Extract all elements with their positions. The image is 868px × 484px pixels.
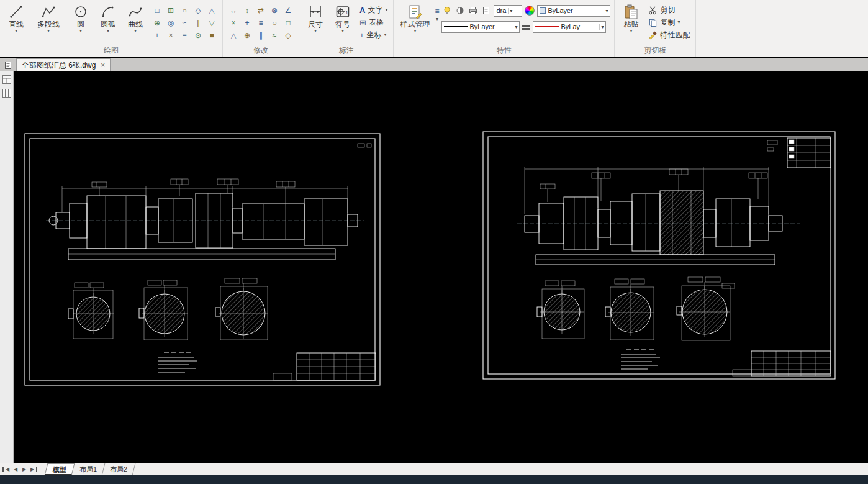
document-tab[interactable]: 全部图纸汇总 6张.dwg × xyxy=(16,58,111,71)
table-button[interactable]: ⊞ 表格 xyxy=(358,17,389,28)
chevron-down-icon[interactable]: ▾ xyxy=(677,20,680,25)
model-canvas[interactable] xyxy=(14,71,868,463)
chevron-down-icon[interactable]: ▾ xyxy=(341,29,344,34)
dock-panel-icon-2[interactable] xyxy=(1,88,12,99)
draw-tool-icon[interactable]: ○ xyxy=(178,4,191,17)
ribbon-group-properties: 样式管理 ▾ ≡ ▾ dra xyxy=(394,0,615,57)
modify-tool-icon[interactable]: ∥ xyxy=(254,29,268,42)
draw-group-label[interactable]: 绘图 xyxy=(0,45,222,56)
modify-tool-icon[interactable]: ≡ xyxy=(254,17,268,29)
chevron-down-icon[interactable]: ▾ xyxy=(599,24,604,30)
lineweight-icon[interactable] xyxy=(522,24,530,30)
chevron-down-icon[interactable]: ▾ xyxy=(314,29,317,34)
chevron-down-icon[interactable]: ▾ xyxy=(604,8,608,14)
close-icon[interactable]: × xyxy=(101,61,105,70)
next-tab-arrow[interactable]: ▶ xyxy=(20,467,29,472)
section-view-1 xyxy=(68,283,114,339)
modify-tool-icon[interactable]: ○ xyxy=(268,17,281,29)
properties-group-label[interactable]: 特性 xyxy=(394,45,614,56)
modify-group-label[interactable]: 修改 xyxy=(223,45,299,56)
modify-tool-icon[interactable]: ≈ xyxy=(268,29,281,42)
draw-tool-icon[interactable]: □ xyxy=(150,4,164,17)
polyline-label: 多段线 xyxy=(37,20,60,29)
status-bar xyxy=(0,475,868,484)
draw-tool-icon[interactable]: + xyxy=(150,29,164,42)
chevron-down-icon[interactable]: ▾ xyxy=(79,29,82,34)
lineweight-combobox[interactable]: ByLay ▾ xyxy=(533,21,606,33)
modify-tool-icon[interactable]: + xyxy=(240,17,254,29)
style-manager-button[interactable]: 样式管理 ▾ xyxy=(397,2,432,34)
tab-model[interactable]: 模型 xyxy=(45,463,75,475)
lightbulb-icon[interactable] xyxy=(441,6,452,16)
draw-order-combobox[interactable]: dra ▾ xyxy=(494,5,522,17)
modify-tool-icon[interactable]: ⊗ xyxy=(268,4,281,17)
copy-button[interactable]: 复制 ▾ xyxy=(646,17,692,28)
chevron-down-icon[interactable]: ▾ xyxy=(47,29,50,34)
chevron-down-icon[interactable]: ▾ xyxy=(513,24,517,30)
polyline-button[interactable]: 多段线 ▾ xyxy=(31,2,66,34)
tab-layout1[interactable]: 布局1 xyxy=(72,463,106,475)
lineweight-sample xyxy=(535,26,559,27)
chevron-down-icon[interactable]: ▾ xyxy=(630,29,632,34)
ribbon-group-draw: 直线 ▾ 多段线 ▾ 圆 ▾ 圆弧 ▾ xyxy=(0,0,223,57)
paste-button[interactable]: 粘贴 ▾ xyxy=(618,2,643,34)
prev-tab-arrow[interactable]: ◀ xyxy=(11,467,20,472)
match-properties-button[interactable]: 特性匹配 xyxy=(646,29,692,40)
draw-tool-icon[interactable]: ▽ xyxy=(205,17,219,29)
symbol-button[interactable]: .1 符号 ▾ xyxy=(330,2,355,34)
modify-tool-icon[interactable]: ↕ xyxy=(240,4,254,17)
last-tab-arrow[interactable]: ▶ xyxy=(29,467,37,472)
color-combobox[interactable]: ByLayer ▾ xyxy=(537,5,610,17)
draw-tool-icon[interactable]: ⊞ xyxy=(164,4,178,17)
ribbon-group-modify: ↔ ↕ ⇄ ⊗ ∠ × + ≡ ○ □ △ ⊕ ∥ ≈ ◇ 修改 xyxy=(223,0,299,57)
draw-tool-icon[interactable]: ≈ xyxy=(178,17,191,29)
drawing-tab-icon[interactable] xyxy=(0,59,16,71)
linetype-combobox[interactable]: ByLayer ▾ xyxy=(441,21,520,33)
coordinate-button[interactable]: + 坐标 ▾ xyxy=(358,29,389,40)
brightness-icon[interactable] xyxy=(454,6,465,16)
dimension-button[interactable]: 尺寸 ▾ xyxy=(303,2,328,34)
modify-tool-icon[interactable]: ∠ xyxy=(281,4,295,17)
draw-tool-icon[interactable]: ◎ xyxy=(164,17,178,29)
page-icon[interactable] xyxy=(481,6,491,16)
printer-icon[interactable] xyxy=(468,6,478,16)
modify-tool-icon[interactable]: □ xyxy=(281,17,295,29)
ribbon-empty-space xyxy=(696,0,868,57)
modify-tool-icon[interactable]: ⇄ xyxy=(254,4,268,17)
modify-tool-icon[interactable]: △ xyxy=(227,29,240,42)
color-wheel-icon[interactable] xyxy=(525,6,535,16)
chevron-down-icon[interactable]: ▾ xyxy=(107,29,109,34)
draw-tool-icon[interactable]: ∥ xyxy=(191,17,205,29)
chevron-down-icon[interactable]: ▾ xyxy=(384,32,387,37)
chevron-down-icon[interactable]: ▾ xyxy=(15,29,17,34)
circle-button[interactable]: 圆 ▾ xyxy=(68,2,93,34)
chevron-down-icon[interactable]: ▾ xyxy=(435,17,439,22)
draw-tool-icon[interactable]: ⊙ xyxy=(191,29,205,42)
tab-layout2[interactable]: 布局2 xyxy=(102,463,136,475)
line-button[interactable]: 直线 ▾ xyxy=(4,2,29,34)
list-icon[interactable]: ≡ xyxy=(435,7,439,16)
section-view-2 xyxy=(605,279,654,340)
chevron-down-icon[interactable]: ▾ xyxy=(134,29,137,34)
arc-button[interactable]: 圆弧 ▾ xyxy=(96,2,120,34)
draw-tool-icon[interactable]: ■ xyxy=(205,29,219,42)
first-tab-arrow[interactable]: ◀ xyxy=(2,467,11,472)
draw-tool-icon[interactable]: ◇ xyxy=(191,4,205,17)
draw-tool-icon[interactable]: ⊕ xyxy=(150,17,164,29)
chevron-down-icon[interactable]: ▾ xyxy=(385,7,387,12)
draw-tool-icon[interactable]: ≡ xyxy=(178,29,191,42)
cut-button[interactable]: 剪切 xyxy=(646,4,692,16)
annotate-group-label[interactable]: 标注 xyxy=(299,45,393,56)
modify-tool-icon[interactable]: ⊕ xyxy=(240,29,254,42)
text-button[interactable]: A 文字 ▾ xyxy=(358,4,389,16)
spline-button[interactable]: 曲线 ▾ xyxy=(123,2,148,34)
modify-tool-icon[interactable]: ↔ xyxy=(227,4,240,17)
modify-tool-icon[interactable]: ◇ xyxy=(281,29,295,42)
dock-panel-icon-1[interactable] xyxy=(1,74,12,85)
modify-tool-icon[interactable]: × xyxy=(227,17,240,29)
chevron-down-icon[interactable]: ▾ xyxy=(508,8,512,14)
draw-tool-icon[interactable]: × xyxy=(164,29,178,42)
chevron-down-icon[interactable]: ▾ xyxy=(414,29,416,34)
clipboard-group-label[interactable]: 剪切板 xyxy=(615,45,695,56)
draw-tool-icon[interactable]: △ xyxy=(205,4,219,17)
